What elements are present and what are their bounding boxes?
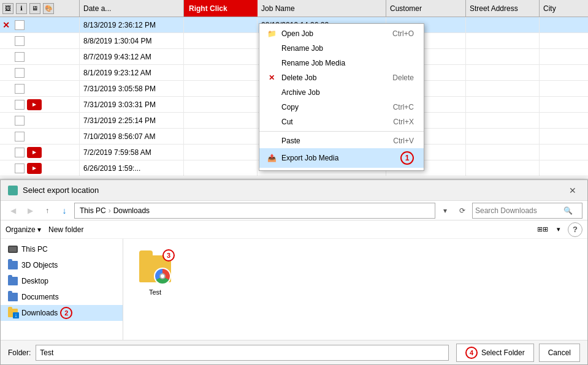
file-item-test-folder[interactable]: 3Test [131, 246, 180, 301]
ctx-shortcut: Ctrl+V [393, 137, 414, 145]
row-checkbox[interactable] [15, 20, 25, 30]
sidebar-item-desktop[interactable]: Desktop [1, 273, 123, 289]
row-date: 7/2/2019 7:59:58 AM [80, 145, 184, 160]
ctx-item-archive-job[interactable]: Archive Job [259, 85, 424, 100]
col-header-street[interactable]: Street Address [466, 0, 540, 17]
cancel-button[interactable]: Cancel [539, 344, 580, 362]
col-header-customer[interactable]: Customer [386, 0, 466, 17]
table-header: 🖼 ℹ 🖥 🎨 Date a... Right Click Job Name C… [0, 0, 588, 17]
header-icons: 🖼 ℹ 🖥 🎨 [0, 0, 80, 17]
row-city [540, 145, 588, 160]
nav-forward-button[interactable]: ▶ [23, 203, 37, 218]
row-street [466, 113, 540, 128]
icon-btn-3[interactable]: 🖥 [29, 3, 40, 14]
nav-up-button[interactable]: ↑ [40, 203, 55, 218]
row-checkbox[interactable] [15, 132, 25, 141]
search-input[interactable] [475, 206, 561, 215]
sidebar-item-downloads[interactable]: Downloads2 [1, 305, 123, 321]
ctx-item-export-job-media[interactable]: 📤Export Job Media1 [259, 148, 424, 168]
select-folder-label: Select Folder [481, 348, 525, 357]
file-dialog: Select export location ✕ ◀ ▶ ↑ ↓ This PC… [0, 179, 588, 365]
row-x-icon: ✕ [2, 20, 12, 30]
row-checkbox[interactable] [15, 116, 25, 126]
ctx-item-label: Rename Job Media [281, 59, 345, 67]
nav-dropdown-button[interactable]: ▾ [438, 203, 452, 218]
row-rightclick [184, 145, 258, 160]
col-header-rightclick[interactable]: Right Click [184, 0, 258, 17]
toolbar-left: Organize ▾ New folder [6, 225, 83, 234]
row-rightclick [184, 97, 258, 112]
col-header-date[interactable]: Date a... [80, 0, 184, 17]
row-city [540, 33, 588, 48]
dialog-nav-bar: ◀ ▶ ↑ ↓ This PC › Downloads ▾ ⟳ 🔍 [1, 201, 587, 220]
breadcrumb-bar[interactable]: This PC › Downloads [74, 203, 435, 219]
ctx-item-icon: 📤 [265, 154, 278, 162]
organize-button[interactable]: Organize ▾ [6, 225, 41, 234]
row-youtube-icon [27, 147, 42, 158]
ctx-item-delete-job[interactable]: ✕Delete JobDelete [259, 70, 424, 85]
ctx-item-paste[interactable]: PasteCtrl+V [259, 134, 424, 148]
icon-btn-2[interactable]: ℹ [16, 3, 27, 14]
row-date: 7/31/2019 2:25:14 PM [80, 113, 184, 128]
select-folder-badge: 4 [465, 347, 478, 359]
row-checkbox[interactable] [15, 36, 25, 46]
ctx-shortcut: Delete [392, 73, 414, 82]
ctx-item-label: Rename Job [281, 44, 323, 53]
row-checkbox[interactable] [15, 68, 25, 78]
dialog-close-button[interactable]: ✕ [565, 183, 580, 198]
dialog-title-bar: Select export location ✕ [1, 180, 587, 201]
dialog-title-text: Select export location [23, 186, 99, 195]
nav-back-button[interactable]: ◀ [6, 203, 20, 218]
row-checkbox[interactable] [15, 148, 25, 157]
row-street [466, 129, 540, 144]
view-dropdown-button[interactable]: ▾ [552, 223, 565, 236]
breadcrumb-downloads: Downloads [113, 206, 150, 215]
ctx-shortcut: Ctrl+O [392, 29, 414, 38]
icon-btn-4[interactable]: 🎨 [43, 3, 54, 14]
nav-download-button[interactable]: ↓ [57, 203, 72, 218]
nav-refresh-button[interactable]: ⟳ [455, 203, 470, 218]
row-date: 8/13/2019 2:36:12 PM [80, 17, 184, 32]
row-rightclick [184, 65, 258, 80]
row-checkbox[interactable] [15, 52, 25, 62]
sidebar-item-documents[interactable]: Documents [1, 289, 123, 305]
ctx-item-label: Paste [281, 137, 300, 145]
ctx-item-icon: ✕ [265, 73, 278, 82]
sidebar-item-3d-objects[interactable]: 3D Objects [1, 257, 123, 273]
row-rightclick [184, 81, 258, 96]
file-label: Test [149, 288, 161, 296]
col-header-city[interactable]: City [540, 0, 588, 17]
row-youtube-icon [27, 163, 42, 174]
ctx-item-rename-job[interactable]: Rename Job [259, 41, 424, 56]
ctx-item-cut[interactable]: CutCtrl+X [259, 115, 424, 129]
col-header-jobname[interactable]: Job Name [258, 0, 386, 17]
ctx-item-rename-job-media[interactable]: Rename Job Media [259, 56, 424, 70]
view-grid-button[interactable]: ⊞⊞ [536, 223, 549, 236]
sidebar-label: Documents [21, 293, 59, 301]
icon-btn-1[interactable]: 🖼 [2, 3, 13, 14]
main-file-pane: 3Test [123, 239, 587, 340]
toolbar-right: ⊞⊞ ▾ ? [536, 222, 582, 237]
ctx-item-badge: 1 [400, 151, 414, 165]
select-folder-button[interactable]: 4 Select Folder [456, 344, 534, 362]
dialog-body: This PC3D ObjectsDesktopDocumentsDownloa… [1, 239, 587, 340]
row-city [540, 160, 588, 176]
ctx-item-copy[interactable]: CopyCtrl+C [259, 100, 424, 115]
ctx-separator [259, 131, 424, 132]
sidebar-item-this-pc[interactable]: This PC [1, 241, 123, 257]
row-checkbox[interactable] [15, 84, 25, 94]
folder-icon [8, 293, 18, 301]
ctx-item-open-job[interactable]: 📁Open JobCtrl+O [259, 26, 424, 41]
ctx-item-label: Export Job Media [281, 154, 338, 162]
row-checkbox[interactable] [15, 100, 25, 110]
row-rightclick [184, 113, 258, 128]
dialog-toolbar: Organize ▾ New folder ⊞⊞ ▾ ? [1, 220, 587, 239]
help-button[interactable]: ? [568, 222, 582, 237]
dialog-footer: Folder: 4 Select Folder Cancel [1, 340, 587, 364]
search-icon: 🔍 [563, 206, 573, 215]
folder-icon [8, 261, 18, 269]
row-date: 6/26/2019 1:59:... [80, 160, 184, 176]
new-folder-button[interactable]: New folder [48, 225, 83, 234]
row-checkbox[interactable] [15, 164, 25, 173]
folder-input[interactable] [36, 345, 449, 361]
